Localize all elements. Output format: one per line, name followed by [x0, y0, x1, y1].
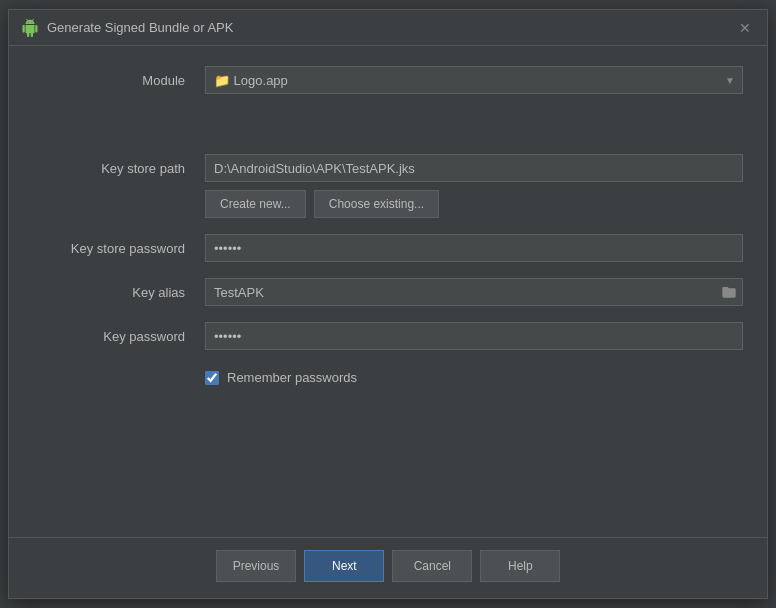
- key-password-label: Key password: [33, 329, 193, 344]
- keystore-path-row: Key store path: [33, 154, 743, 182]
- previous-button[interactable]: Previous: [216, 550, 297, 582]
- choose-existing-button[interactable]: Choose existing...: [314, 190, 439, 218]
- alias-folder-button[interactable]: [721, 284, 737, 300]
- module-select-wrapper: 📁 Logo.app ▼: [205, 66, 743, 94]
- dialog-body: Module 📁 Logo.app ▼ Key store path Creat…: [9, 46, 767, 537]
- android-icon: [21, 19, 39, 37]
- remember-passwords-checkbox[interactable]: [205, 371, 219, 385]
- close-button[interactable]: ✕: [735, 19, 755, 37]
- spacer1: [33, 118, 743, 138]
- key-password-row: Key password: [33, 322, 743, 350]
- next-button[interactable]: Next: [304, 550, 384, 582]
- keystore-password-label: Key store password: [33, 241, 193, 256]
- folder-icon: [721, 284, 737, 298]
- keystore-buttons: Create new... Choose existing...: [205, 190, 743, 218]
- remember-passwords-row: Remember passwords: [205, 370, 743, 385]
- module-row: Module 📁 Logo.app ▼: [33, 66, 743, 94]
- title-bar-left: Generate Signed Bundle or APK: [21, 19, 233, 37]
- title-bar: Generate Signed Bundle or APK ✕: [9, 10, 767, 46]
- key-alias-row: Key alias: [33, 278, 743, 306]
- key-alias-input[interactable]: [205, 278, 743, 306]
- cancel-button[interactable]: Cancel: [392, 550, 472, 582]
- footer: Previous Next Cancel Help: [9, 537, 767, 598]
- keystore-section: Key store path Create new... Choose exis…: [33, 154, 743, 218]
- remember-passwords-label[interactable]: Remember passwords: [227, 370, 357, 385]
- dialog: Generate Signed Bundle or APK ✕ Module 📁…: [8, 9, 768, 599]
- keystore-path-input[interactable]: [205, 154, 743, 182]
- create-new-button[interactable]: Create new...: [205, 190, 306, 218]
- keystore-password-row: Key store password: [33, 234, 743, 262]
- key-password-input[interactable]: [205, 322, 743, 350]
- module-label: Module: [33, 73, 193, 88]
- dialog-title: Generate Signed Bundle or APK: [47, 20, 233, 35]
- keystore-password-input[interactable]: [205, 234, 743, 262]
- keystore-path-label: Key store path: [33, 161, 193, 176]
- help-button[interactable]: Help: [480, 550, 560, 582]
- key-alias-label: Key alias: [33, 285, 193, 300]
- module-select[interactable]: 📁 Logo.app: [205, 66, 743, 94]
- alias-input-wrapper: [205, 278, 743, 306]
